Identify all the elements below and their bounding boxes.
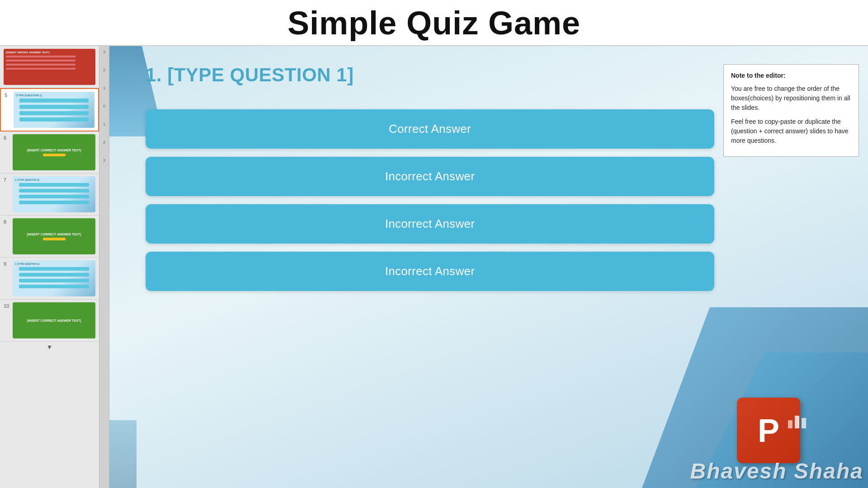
- slide-thumb-5[interactable]: 5 [TYPE QUESTION 1]: [0, 88, 99, 131]
- thumb8-bar: [43, 238, 66, 240]
- thumb7-btn1: [19, 183, 90, 187]
- slide-canvas: 1. [TYPE QUESTION 1] Correct Answer Inco…: [109, 46, 868, 488]
- watermark: Bhavesh Shaha: [690, 459, 863, 483]
- slide-thumb-7[interactable]: 7 2. [TYPE QUESTION 2]: [0, 174, 99, 216]
- thumb5-question: [TYPE QUESTION 1]: [16, 94, 92, 97]
- thumb7-btn2: [19, 189, 90, 192]
- answer-btn-2[interactable]: Incorrect Answer: [146, 157, 714, 196]
- slide-num-8: 8: [4, 219, 10, 225]
- slide-wrong-label: [INSERT WRONG ANSWER TEXT]: [6, 51, 93, 54]
- app-title: Simple Quiz Game: [0, 5, 868, 42]
- ruler: 3 2 1 0 1 2 3: [99, 46, 109, 488]
- svg-rect-2: [802, 418, 806, 428]
- note-para1: You are free to change the order of the …: [731, 84, 851, 113]
- ppt-chart-icon: [786, 411, 808, 429]
- thumb9-question: 3. [TYPE QUESTION 3]: [15, 263, 93, 265]
- answer-btn-4[interactable]: Incorrect Answer: [146, 252, 714, 291]
- slide-num-6: 6: [4, 135, 10, 141]
- slide-num-7: 7: [4, 177, 10, 183]
- note-title: Note to the editor:: [731, 71, 851, 80]
- slide-num-5: 5: [5, 93, 11, 98]
- slide-thumb-10[interactable]: 10 [INSERT CORRECT ANSWER TEXT]: [0, 300, 99, 342]
- answer-btn-1[interactable]: Correct Answer: [146, 109, 714, 149]
- thumb9-btn4: [19, 285, 90, 288]
- slide-num-10: 10: [4, 303, 10, 309]
- answers-container: Correct Answer Incorrect Answer Incorrec…: [146, 109, 714, 291]
- sidebar-scroll-down[interactable]: ▼: [0, 342, 99, 352]
- thumb9-btn3: [19, 279, 90, 282]
- deco-mid-left: [109, 420, 137, 488]
- thumb5-btn3: [19, 111, 88, 115]
- thumb9-btn2: [19, 273, 90, 277]
- thumb6-correct: [INSERT CORRECT ANSWER TEXT]: [27, 149, 81, 152]
- slide-wrong-bar4: [6, 68, 75, 70]
- slide-wrong-bar1: [6, 56, 75, 57]
- slide-thumb-9[interactable]: 9 3. [TYPE QUESTION 3]: [0, 258, 99, 300]
- answer-btn-3[interactable]: Incorrect Answer: [146, 204, 714, 244]
- slide-num-9: 9: [4, 261, 10, 267]
- thumb5-btn1: [19, 99, 88, 103]
- thumb7-btn3: [19, 195, 90, 198]
- slide-wrong-bar3: [6, 64, 75, 66]
- thumb5-btn2: [19, 105, 88, 109]
- note-para2: Feel free to copy-paste or duplicate the…: [731, 117, 851, 145]
- thumb7-btn4: [19, 201, 90, 204]
- question-title: 1. [TYPE QUESTION 1]: [146, 64, 354, 86]
- svg-rect-1: [795, 416, 799, 428]
- slide-thumb-wrong[interactable]: [INSERT WRONG ANSWER TEXT]: [0, 46, 99, 88]
- thumb6-bar: [43, 154, 66, 156]
- scroll-down-icon: ▼: [47, 343, 53, 351]
- slide-thumb-8[interactable]: 8 [INSERT CORRECT ANSWER TEXT]: [0, 216, 99, 258]
- slides-panel: [INSERT WRONG ANSWER TEXT] 5 [TYPE QUEST…: [0, 46, 99, 488]
- app-header: Simple Quiz Game: [0, 0, 868, 46]
- thumb9-btn1: [19, 267, 90, 271]
- thumb8-correct: [INSERT CORRECT ANSWER TEXT]: [27, 233, 81, 236]
- main-area: [INSERT WRONG ANSWER TEXT] 5 [TYPE QUEST…: [0, 46, 868, 488]
- svg-rect-0: [788, 420, 793, 428]
- thumb7-question: 2. [TYPE QUESTION 2]: [15, 178, 93, 181]
- ppt-icon-body: [737, 398, 800, 463]
- slide-thumb-6[interactable]: 6 [INSERT CORRECT ANSWER TEXT]: [0, 131, 99, 174]
- thumb10-correct: [INSERT CORRECT ANSWER TEXT]: [27, 319, 81, 322]
- thumb5-btn4: [19, 117, 88, 122]
- note-box: Note to the editor: You are free to chan…: [723, 64, 859, 157]
- slide-wrong-bar2: [6, 60, 75, 61]
